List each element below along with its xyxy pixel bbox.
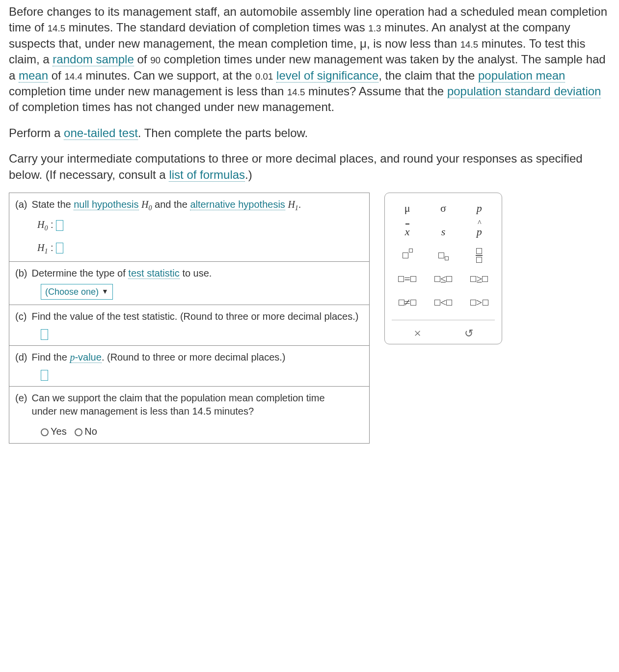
link-mean[interactable]: mean <box>19 69 48 83</box>
value-claim: 14.5 <box>460 39 478 50</box>
link-level-of-significance[interactable]: level of significance <box>276 69 378 83</box>
value-sd: 1.3 <box>368 23 381 33</box>
part-d-label: (d) <box>15 351 29 364</box>
link-population-mean[interactable]: population mean <box>478 69 565 83</box>
text: Determine the type of <box>32 268 129 279</box>
h1-input[interactable] <box>56 243 63 253</box>
palette-reset-icon[interactable]: ↺ <box>454 325 484 342</box>
part-c-label: (c) <box>15 310 29 323</box>
text: . (Round to three or more decimal places… <box>102 352 286 363</box>
value-mean-old: 14.5 <box>48 23 65 33</box>
question-table: (a) State the null hypothesis H0 and the… <box>9 193 370 444</box>
radio-no[interactable] <box>75 428 82 436</box>
value-n: 90 <box>150 55 161 65</box>
choose-one-dropdown[interactable]: (Choose one) ▼ <box>41 284 113 300</box>
text: Find the <box>32 352 70 363</box>
palette-xbar[interactable]: x <box>393 224 422 240</box>
test-statistic-input[interactable] <box>41 329 48 340</box>
palette-subscript[interactable] <box>429 247 458 264</box>
choose-label: (Choose one) <box>45 286 99 298</box>
link-random-sample[interactable]: random sample <box>53 53 134 66</box>
no-label: No <box>84 426 97 437</box>
text: of <box>48 69 64 82</box>
link-test-statistic[interactable]: test statistic <box>128 268 179 279</box>
chevron-down-icon: ▼ <box>102 287 108 296</box>
h0-line: H <box>37 219 44 230</box>
palette-fraction[interactable] <box>464 247 494 264</box>
symbol-palette: μ σ p x s p = ≤ ≥ ≠ < > × ↺ <box>384 193 502 344</box>
instruction-paragraph-2: Carry your intermediate computations to … <box>9 151 610 183</box>
palette-ne[interactable]: ≠ <box>393 294 422 311</box>
text: . Then complete the parts below. <box>138 126 308 140</box>
palette-power[interactable] <box>393 247 422 264</box>
palette-close-icon[interactable]: × <box>403 325 432 342</box>
palette-sigma[interactable]: σ <box>429 200 458 217</box>
text: , is now less than <box>367 37 460 50</box>
p-italic: p <box>70 352 75 363</box>
colon: : <box>48 242 56 253</box>
link-one-tailed-test[interactable]: one-tailed test <box>64 126 138 140</box>
h0-input[interactable] <box>56 220 63 231</box>
link-alt-hypothesis[interactable]: alternative hypothesis <box>190 199 285 210</box>
text: Perform a <box>9 126 64 140</box>
text: Carry your intermediate computations to … <box>9 152 583 181</box>
colon: : <box>48 219 56 230</box>
palette-p[interactable]: p <box>464 200 494 217</box>
text: completion time under new management is … <box>9 84 287 98</box>
part-a-label: (a) <box>15 198 29 211</box>
text: .) <box>245 168 252 181</box>
p-value-input[interactable] <box>41 370 48 381</box>
value-alpha: 0.01 <box>255 71 273 82</box>
part-e-text: Can we support the claim that the popula… <box>32 392 346 418</box>
instruction-paragraph-1: Perform a one-tailed test. Then complete… <box>9 125 610 141</box>
yes-label: Yes <box>51 426 67 437</box>
link-population-sd[interactable]: population standard deviation <box>447 84 601 98</box>
palette-ge[interactable]: ≥ <box>464 271 494 287</box>
text: . <box>298 199 301 210</box>
palette-s[interactable]: s <box>429 224 458 240</box>
h1-line: H <box>37 242 44 253</box>
text: , the claim that the <box>378 69 478 82</box>
text: minutes. The standard deviation of compl… <box>65 21 368 34</box>
palette-equals[interactable]: = <box>393 271 422 287</box>
h1-sub: 1 <box>295 204 298 212</box>
palette-gt[interactable]: > <box>464 294 494 311</box>
problem-paragraph: Before changes to its management staff, … <box>9 4 610 115</box>
palette-mu[interactable]: μ <box>393 200 422 217</box>
text: minutes? Assume that the <box>305 84 447 98</box>
part-b-label: (b) <box>15 267 29 280</box>
text: of <box>134 53 150 66</box>
palette-phat[interactable]: p <box>464 224 494 240</box>
text: minutes. Can we support, at the <box>82 69 255 82</box>
link-p-value[interactable]: -value <box>75 352 101 363</box>
radio-yes[interactable] <box>41 428 49 436</box>
palette-le[interactable]: ≤ <box>429 271 458 287</box>
palette-lt[interactable]: < <box>429 294 458 311</box>
link-list-of-formulas[interactable]: list of formulas <box>169 168 245 182</box>
part-c-text: Find the value of the test statistic. (R… <box>32 311 359 322</box>
h0-sub: 0 <box>149 204 152 212</box>
link-null-hypothesis[interactable]: null hypothesis <box>74 199 138 210</box>
value-threshold: 14.5 <box>287 87 305 97</box>
text: and the <box>155 199 190 210</box>
h0-sym: H <box>141 199 148 210</box>
value-sample-mean: 14.4 <box>64 71 82 82</box>
part-e-label: (e) <box>15 392 29 405</box>
text: State the <box>32 199 74 210</box>
mu-symbol: μ <box>360 37 367 50</box>
text: of completion times has not changed unde… <box>9 100 334 113</box>
h1-sym: H <box>288 199 295 210</box>
text: to use. <box>180 268 212 279</box>
